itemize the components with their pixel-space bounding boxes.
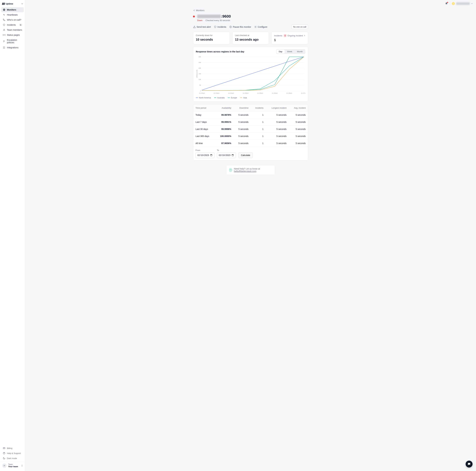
cell-avg: 5 seconds bbox=[289, 133, 308, 140]
cell-period: Last 365 days bbox=[193, 133, 215, 140]
user-icon bbox=[3, 29, 5, 31]
team-name: Your team bbox=[8, 466, 18, 468]
sidebar-item-label: Incidents bbox=[7, 24, 16, 26]
svg-point-13 bbox=[255, 27, 256, 27]
svg-point-10 bbox=[4, 465, 4, 466]
sidebar-item-monitors[interactable]: Monitors bbox=[1, 7, 24, 12]
svg-text:30k: 30k bbox=[199, 56, 201, 58]
cell-availability: 100.0000% bbox=[215, 133, 233, 140]
table-row: Today99.9878%5 seconds15 seconds5 second… bbox=[193, 111, 308, 118]
legend-item[interactable]: Europe bbox=[228, 97, 237, 99]
action-label: Send test alert bbox=[197, 26, 211, 28]
table-row: Last 30 days99.9998%5 seconds15 seconds5… bbox=[193, 126, 308, 133]
sidebar-item-label: Escalation policies bbox=[7, 39, 22, 44]
user-menu[interactable]: redacted-user bbox=[452, 2, 473, 5]
table-row: Last 365 days100.0000%5 seconds15 second… bbox=[193, 133, 308, 140]
monitor-port: :9600 bbox=[221, 14, 231, 18]
from-label: From bbox=[195, 149, 214, 151]
incidents-link[interactable]: Incidents bbox=[214, 26, 226, 28]
from-date-input[interactable] bbox=[195, 152, 214, 158]
brand-name: Uptime bbox=[6, 2, 13, 5]
action-label: Pause this monitor bbox=[233, 26, 251, 28]
ongoing-label: Ongoing incident bbox=[288, 34, 303, 37]
oncall-chip[interactable]: No one on-call bbox=[291, 25, 308, 29]
table-header-row: Time period Availability Downtime Incide… bbox=[193, 104, 308, 111]
svg-text:11:24am: 11:24am bbox=[213, 92, 220, 94]
intercom-launcher[interactable] bbox=[466, 461, 473, 468]
pause-monitor-button[interactable]: Pause this monitor bbox=[229, 26, 251, 28]
col-availability: Availability bbox=[215, 104, 233, 111]
chat-icon bbox=[467, 462, 471, 466]
ongoing-incident-link[interactable]: Ongoing incident bbox=[284, 34, 305, 37]
svg-text:15k: 15k bbox=[199, 73, 201, 75]
sidebar-item-label: Monitors bbox=[7, 9, 16, 11]
card-label: Last checked at bbox=[235, 34, 266, 36]
cell-avg: 5 seconds bbox=[289, 111, 308, 118]
cell-downtime: 5 seconds bbox=[233, 111, 251, 118]
chevron-down-icon bbox=[471, 3, 473, 5]
help-email-link[interactable]: hello@betterstack.com bbox=[234, 170, 256, 172]
svg-text:20k: 20k bbox=[199, 67, 201, 69]
card-value: 10 seconds bbox=[196, 38, 227, 41]
card-currently-down: Currently down for 10 seconds bbox=[193, 32, 230, 44]
sidebar-item-darkmode[interactable]: Dark mode bbox=[1, 456, 24, 461]
configure-button[interactable]: Configure bbox=[254, 26, 267, 28]
action-label: Incidents bbox=[217, 26, 226, 28]
action-label: Configure bbox=[258, 26, 267, 28]
cell-avg: 5 seconds bbox=[289, 126, 308, 133]
cell-downtime: 5 seconds bbox=[233, 140, 251, 147]
notifications-button[interactable] bbox=[445, 2, 448, 5]
cell-incidents: 1 bbox=[251, 133, 266, 140]
legend-item[interactable]: Australia bbox=[214, 97, 225, 99]
broadcast-icon bbox=[3, 34, 5, 36]
sidebar-item-incidents[interactable]: Incidents 1 bbox=[1, 22, 24, 27]
sidebar-item-status-pages[interactable]: Status pages bbox=[1, 33, 24, 37]
range-week[interactable]: Week bbox=[285, 50, 294, 53]
legend-item[interactable]: North America bbox=[196, 97, 211, 99]
sidebar-item-integrations[interactable]: Integrations bbox=[1, 45, 24, 50]
team-switcher[interactable]: Team Your team bbox=[0, 462, 25, 470]
svg-point-11 bbox=[5, 465, 5, 466]
brand-switcher[interactable]: Uptime bbox=[0, 1, 25, 7]
svg-text:11:25am: 11:25am bbox=[257, 92, 263, 94]
cell-longest: 5 seconds bbox=[266, 126, 289, 133]
monitor-check-interval: Checked every 30 seconds bbox=[205, 19, 230, 22]
stats-table: Time period Availability Downtime Incide… bbox=[193, 104, 308, 160]
help-icon: ? bbox=[229, 168, 232, 172]
shield-icon bbox=[3, 24, 5, 26]
team-avatar-icon bbox=[2, 463, 7, 468]
sidebar-item-label: Heartbeats bbox=[7, 14, 18, 16]
svg-point-3 bbox=[4, 35, 4, 35]
svg-text:11:24am: 11:24am bbox=[228, 92, 234, 94]
svg-point-2 bbox=[4, 29, 4, 30]
sidebar-item-label: Dark mode bbox=[7, 457, 17, 459]
range-month[interactable]: Month bbox=[295, 50, 305, 53]
sidebar-item-billing[interactable]: Billing bbox=[1, 446, 24, 451]
sidebar-item-heartbeats[interactable]: Heartbeats bbox=[1, 12, 24, 17]
svg-text:0: 0 bbox=[200, 90, 201, 92]
svg-text:11:25am: 11:25am bbox=[243, 92, 249, 94]
range-toggle: Day Week Month bbox=[276, 49, 305, 54]
svg-text:11:26am: 11:26am bbox=[286, 92, 292, 94]
cell-longest: 5 seconds bbox=[266, 140, 289, 147]
legend-item[interactable]: Asia bbox=[240, 97, 247, 99]
sidebar-item-team-members[interactable]: Team members bbox=[1, 27, 24, 33]
svg-text:milliseconds: milliseconds bbox=[196, 70, 198, 78]
range-day[interactable]: Day bbox=[277, 50, 285, 53]
svg-point-7 bbox=[5, 48, 5, 49]
sidebar-item-escalation[interactable]: Escalation policies bbox=[1, 37, 24, 45]
cell-incidents: 1 bbox=[251, 118, 266, 126]
cell-availability: 99.9998% bbox=[215, 126, 233, 133]
cell-period: Today bbox=[193, 111, 215, 118]
send-test-alert-button[interactable]: Send test alert bbox=[193, 26, 211, 28]
sidebar-item-help[interactable]: Help & Support bbox=[1, 451, 24, 456]
cell-downtime: 5 seconds bbox=[233, 133, 251, 140]
sidebar-nav: Monitors Heartbeats Who's on-call? Incid… bbox=[0, 7, 25, 50]
sidebar-item-oncall[interactable]: Who's on-call? bbox=[1, 17, 24, 22]
card-value: 13 seconds ago bbox=[235, 38, 266, 41]
breadcrumb-back[interactable]: Monitors bbox=[193, 9, 308, 12]
table-row: All time97.9656%5 seconds15 seconds5 sec… bbox=[193, 140, 308, 147]
cell-longest: 5 seconds bbox=[266, 118, 289, 126]
calculate-button[interactable]: Calculate bbox=[238, 152, 253, 158]
to-date-input[interactable] bbox=[217, 152, 236, 158]
